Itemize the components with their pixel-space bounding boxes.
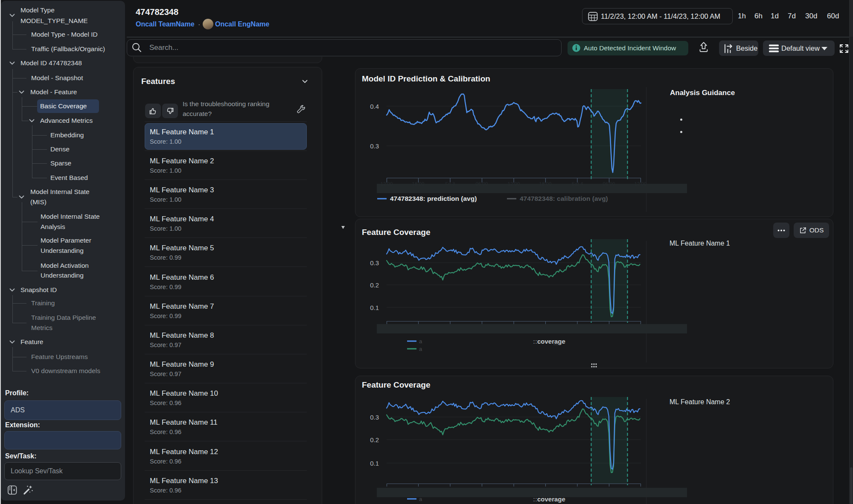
svg-text:12:00: 12:00 [635, 181, 647, 186]
svg-text:18:00: 18:00 [412, 181, 425, 186]
svg-text:12:00: 12:00 [508, 181, 520, 186]
svg-text:06:00: 06:00 [476, 181, 488, 186]
svg-text:18:00: 18:00 [539, 181, 552, 186]
svg-text:12:00: 12:00 [381, 181, 393, 186]
svg-text:Sat 4: Sat 4 [572, 181, 583, 186]
svg-text:06:00: 06:00 [603, 181, 615, 186]
svg-text:Fri 3: Fri 3 [445, 181, 455, 186]
